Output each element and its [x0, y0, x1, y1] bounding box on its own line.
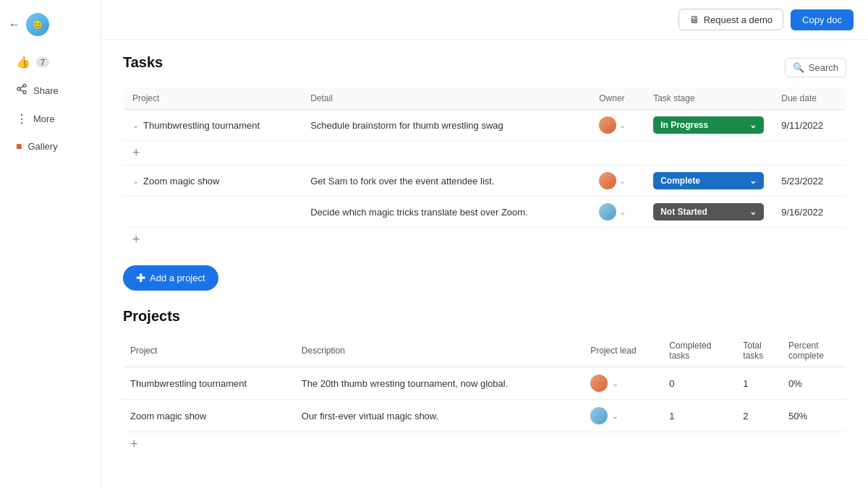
stage-badge[interactable]: Complete ⌄ [653, 172, 764, 189]
svg-line-3 [20, 90, 24, 92]
search-label: Search [809, 62, 838, 73]
proj-description: Our first-ever virtual magic show. [294, 400, 583, 432]
svg-point-0 [23, 84, 26, 87]
share-icon [16, 83, 27, 98]
svg-point-2 [23, 91, 26, 94]
stage-dropdown-icon[interactable]: ⌄ [749, 120, 757, 130]
proj-total-tasks: 2 [736, 400, 781, 432]
projects-table-header: Project Description Project lead Complet… [123, 335, 846, 367]
tasks-stage-cell[interactable]: Complete ⌄ [644, 166, 773, 197]
sidebar: ← 😊 👍 7 Share ⋮ More ■ Gallery [0, 0, 101, 488]
tasks-due-date: 9/11/2022 [773, 110, 846, 141]
proj-percent-complete: 0% [781, 367, 846, 400]
proj-col-project: Project [123, 335, 294, 367]
tasks-group-project-row: ⌄ Zoom magic show Get Sam to fork over t… [124, 166, 846, 197]
sidebar-share-label: Share [33, 85, 59, 96]
chevron-icon[interactable]: ⌄ [132, 121, 139, 130]
projects-add-row[interactable]: + [123, 432, 846, 457]
stage-label: In Progress [660, 120, 708, 130]
col-detail: Detail [302, 87, 590, 110]
header: 🖥 Request a demo Copy doc [101, 0, 868, 40]
sidebar-item-share[interactable]: Share [4, 77, 96, 103]
search-box[interactable]: 🔍 Search [785, 58, 846, 77]
proj-description: The 20th thumb wresting tournament, now … [294, 367, 583, 400]
add-task-button[interactable]: + [124, 141, 846, 166]
project-name: Zoom magic show [143, 176, 219, 187]
copy-doc-button[interactable]: Copy doc [791, 9, 854, 30]
owner-avatar [590, 374, 608, 392]
tasks-owner-cell: ⌄ [590, 197, 644, 228]
tasks-detail-cell: Schedule brainstorm for thumb wrestling … [302, 110, 590, 141]
proj-col-lead: Project lead [583, 335, 662, 367]
svg-point-1 [17, 87, 20, 90]
add-task-button[interactable]: + [124, 228, 846, 252]
proj-percent-complete: 50% [781, 400, 846, 432]
owner-avatar [590, 407, 608, 424]
demo-icon: 🖥 [689, 14, 699, 25]
back-icon[interactable]: ← [9, 18, 20, 31]
projects-table: Project Description Project lead Complet… [123, 335, 846, 456]
proj-name: Zoom magic show [123, 400, 294, 432]
add-project-button[interactable]: ✚ Add a project [123, 265, 218, 291]
tasks-due-date: 9/16/2022 [773, 197, 846, 228]
proj-col-total: Total tasks [736, 335, 781, 367]
proj-lead-cell: ⌄ [583, 367, 662, 400]
sidebar-item-like[interactable]: 👍 7 [4, 49, 96, 74]
sidebar-gallery-label: Gallery [27, 141, 57, 152]
proj-total-tasks: 1 [736, 367, 781, 400]
search-icon: 🔍 [793, 62, 804, 73]
chevron-icon[interactable]: ⌄ [132, 176, 139, 186]
col-owner: Owner [590, 87, 644, 110]
tasks-project-cell: ⌄ Thumbwrestling tournament [124, 110, 302, 141]
owner-dropdown-icon[interactable]: ⌄ [619, 207, 626, 217]
content-area: Tasks 🔍 Search Project Detail Owner Task… [101, 40, 868, 478]
stage-dropdown-icon[interactable]: ⌄ [749, 176, 757, 186]
proj-lead-cell: ⌄ [583, 400, 662, 432]
owner-dropdown-icon[interactable]: ⌄ [619, 121, 626, 130]
tasks-add-row[interactable]: + [124, 228, 846, 252]
stage-badge[interactable]: In Progress ⌄ [653, 116, 764, 134]
tasks-project-cell: ⌄ Zoom magic show [124, 166, 302, 197]
tasks-title: Tasks [123, 54, 163, 71]
svg-line-4 [20, 86, 24, 88]
request-demo-button[interactable]: 🖥 Request a demo [678, 9, 783, 30]
demo-label: Request a demo [704, 14, 773, 25]
sidebar-item-more[interactable]: ⋮ More [4, 106, 96, 132]
proj-completed-tasks: 0 [662, 367, 736, 400]
proj-col-completed: Completed tasks [662, 335, 736, 367]
proj-name: Thumbwrestling tournament [123, 367, 294, 400]
lead-dropdown-icon[interactable]: ⌄ [612, 379, 618, 388]
tasks-stage-cell[interactable]: Not Started ⌄ [644, 197, 773, 228]
tasks-group-project-row: ⌄ Thumbwrestling tournament Schedule bra… [124, 110, 846, 141]
tasks-stage-cell[interactable]: In Progress ⌄ [644, 110, 773, 141]
like-icon: 👍 [16, 55, 30, 69]
proj-col-percent: Percent complete [781, 335, 846, 367]
table-row: Zoom magic show Our first-ever virtual m… [123, 400, 846, 432]
lead-dropdown-icon[interactable]: ⌄ [612, 411, 618, 421]
table-row: Thumbwrestling tournament The 20th thumb… [123, 367, 846, 400]
add-project-icon: ✚ [136, 271, 145, 285]
stage-badge[interactable]: Not Started ⌄ [653, 203, 764, 221]
col-task-stage: Task stage [644, 87, 773, 110]
tasks-owner-cell: ⌄ [590, 110, 644, 141]
col-due-date: Due date [773, 87, 846, 110]
gallery-icon: ■ [16, 140, 22, 152]
add-project-label: Add a project [150, 273, 205, 283]
stage-dropdown-icon[interactable]: ⌄ [749, 207, 757, 217]
table-row: Decide which magic tricks translate best… [124, 197, 846, 228]
copy-label: Copy doc [802, 14, 842, 25]
owner-dropdown-icon[interactable]: ⌄ [619, 176, 626, 186]
sidebar-item-gallery[interactable]: ■ Gallery [4, 134, 96, 158]
tasks-add-row[interactable]: + [124, 141, 846, 166]
stage-label: Not Started [660, 207, 707, 217]
project-name: Thumbwrestling tournament [143, 120, 260, 131]
more-icon: ⋮ [16, 112, 27, 126]
tasks-header-row: Tasks 🔍 Search [123, 54, 846, 81]
tasks-detail-cell: Decide which magic tricks translate best… [302, 197, 590, 228]
add-proj-button[interactable]: + [123, 432, 846, 457]
proj-col-description: Description [294, 335, 583, 367]
owner-avatar [599, 172, 616, 189]
sidebar-like-count: 7 [36, 57, 49, 67]
owner-avatar [599, 116, 616, 134]
tasks-detail-cell: Get Sam to fork over the event attendee … [302, 166, 590, 197]
